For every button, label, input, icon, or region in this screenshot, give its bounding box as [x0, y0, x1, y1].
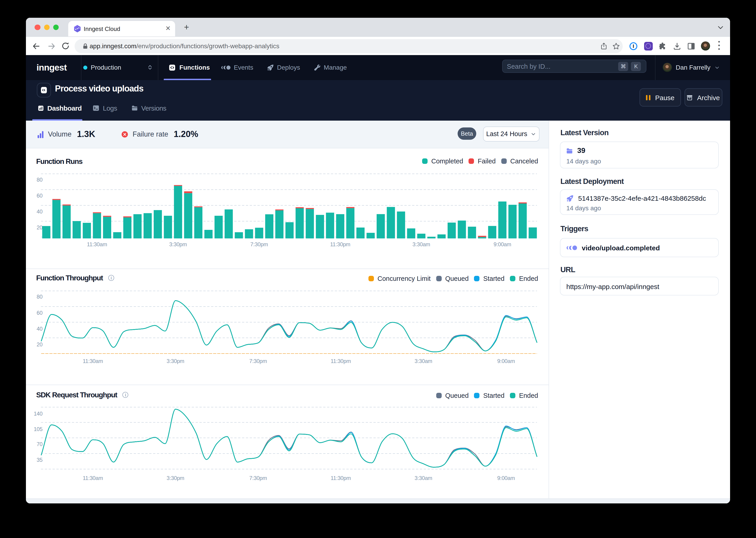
svg-text:20: 20	[36, 341, 42, 347]
svg-text:3:30pm: 3:30pm	[166, 358, 184, 364]
svg-text:80: 80	[36, 176, 42, 183]
svg-text:11:30am: 11:30am	[82, 475, 103, 481]
svg-text:3:30pm: 3:30pm	[169, 241, 187, 247]
svg-text:11:30am: 11:30am	[87, 241, 107, 247]
svg-text:11:30am: 11:30am	[82, 358, 103, 364]
svg-text:3:30am: 3:30am	[414, 475, 432, 481]
svg-text:20: 20	[36, 224, 42, 230]
svg-text:9:00am: 9:00am	[493, 241, 511, 247]
svg-text:140: 140	[33, 410, 42, 417]
svg-text:7:30pm: 7:30pm	[249, 475, 267, 481]
svg-text:7:30pm: 7:30pm	[249, 358, 267, 364]
svg-text:60: 60	[36, 192, 42, 198]
svg-text:9:00am: 9:00am	[497, 358, 515, 364]
svg-text:40: 40	[36, 325, 42, 332]
svg-text:3:30am: 3:30am	[412, 241, 430, 247]
svg-text:70: 70	[36, 441, 42, 447]
svg-text:35: 35	[36, 457, 42, 463]
svg-text:11:30pm: 11:30pm	[330, 358, 351, 364]
svg-text:11:30pm: 11:30pm	[330, 475, 351, 481]
svg-text:40: 40	[36, 208, 42, 214]
svg-text:9:00am: 9:00am	[497, 475, 515, 481]
svg-text:60: 60	[36, 309, 42, 316]
svg-text:80: 80	[36, 294, 42, 299]
svg-text:105: 105	[33, 426, 42, 432]
svg-text:11:30pm: 11:30pm	[330, 241, 350, 247]
svg-text:7:30pm: 7:30pm	[250, 241, 268, 247]
svg-text:3:30pm: 3:30pm	[166, 475, 184, 481]
svg-text:3:30am: 3:30am	[414, 358, 432, 364]
